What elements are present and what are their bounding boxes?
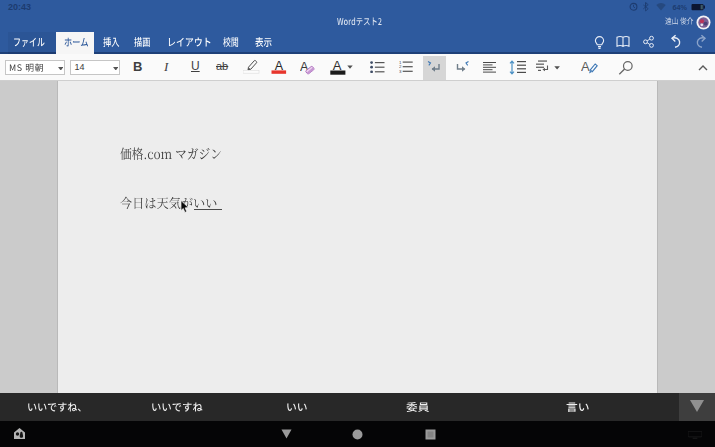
svg-text:A: A: [581, 59, 590, 74]
svg-text:64%: 64%: [673, 2, 688, 11]
svg-text:3: 3: [399, 69, 402, 73]
svg-text:A: A: [333, 58, 342, 73]
